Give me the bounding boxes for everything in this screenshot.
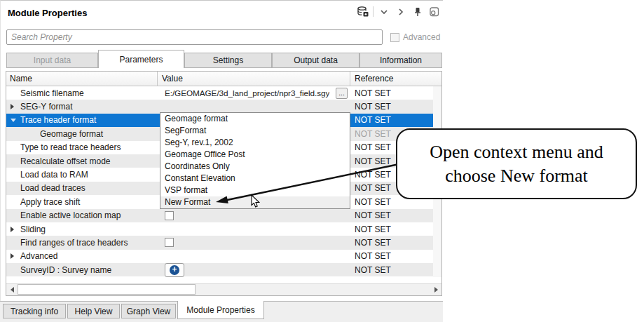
expand-arrow-icon[interactable] bbox=[11, 253, 14, 259]
reference-value: NOT SET bbox=[350, 222, 433, 236]
database-commit-icon[interactable] bbox=[356, 5, 369, 18]
screenshot-root: Module Properties bbox=[0, 0, 644, 322]
reference-value: NOT SET bbox=[350, 100, 433, 113]
name-cell: Apply trace shift bbox=[6, 195, 157, 208]
table-row[interactable]: SEG-Y formatNOT SET bbox=[6, 100, 433, 113]
value-cell bbox=[157, 236, 350, 249]
dock-tab-bar: Tracking infoHelp ViewGraph ViewModule P… bbox=[0, 301, 443, 322]
dropdown-item[interactable]: Coordinates Only bbox=[160, 161, 350, 173]
name-cell: Load data to RAM bbox=[6, 168, 157, 181]
add-survey-button[interactable]: + bbox=[165, 263, 184, 277]
property-name: Find ranges of trace headers bbox=[20, 238, 128, 248]
property-name: Advanced bbox=[20, 251, 57, 261]
property-name: Trace header format bbox=[20, 115, 96, 125]
property-name: Geomage format bbox=[40, 129, 103, 139]
table-row[interactable]: Find ranges of trace headersNOT SET bbox=[6, 236, 433, 249]
tab-parameters[interactable]: Parameters bbox=[98, 50, 184, 68]
property-name: Load data to RAM bbox=[20, 170, 88, 180]
value-cell bbox=[157, 250, 350, 263]
name-cell: Recalculate offset mode bbox=[6, 154, 157, 168]
value-checkbox[interactable] bbox=[165, 238, 174, 247]
name-cell: Load dead traces bbox=[6, 182, 157, 195]
dropdown-item[interactable]: New Format bbox=[160, 196, 350, 208]
pin-icon[interactable] bbox=[411, 5, 424, 18]
table-row[interactable]: Enable active location mapNOT SET bbox=[6, 209, 433, 222]
value-cell: + bbox=[157, 263, 350, 276]
name-cell: Enable active location map bbox=[6, 209, 157, 222]
name-cell: Advanced bbox=[6, 250, 157, 263]
reference-value: NOT SET bbox=[350, 250, 433, 263]
browse-button[interactable]: ... bbox=[336, 88, 348, 99]
scrollbar-thumb[interactable] bbox=[18, 284, 196, 295]
column-header-reference: Reference bbox=[355, 72, 393, 86]
horizontal-scrollbar[interactable] bbox=[6, 283, 441, 295]
reference-value: NOT SET bbox=[350, 209, 433, 222]
scroll-right-icon[interactable] bbox=[430, 284, 441, 295]
panel-title: Module Properties bbox=[8, 8, 87, 18]
chevron-right-icon[interactable] bbox=[394, 5, 407, 18]
name-cell: Trace header format bbox=[6, 114, 157, 127]
dropdown-item[interactable]: Geomage format bbox=[160, 113, 350, 125]
table-row[interactable]: AdvancedNOT SET bbox=[6, 250, 433, 263]
name-cell: Geomage format bbox=[6, 127, 157, 140]
scroll-left-icon[interactable] bbox=[6, 284, 18, 295]
chevron-down-icon[interactable] bbox=[377, 5, 390, 18]
table-row[interactable]: SurveyID : Survey name+NOT SET bbox=[6, 263, 433, 276]
reference-value: NOT SET bbox=[350, 236, 433, 249]
panel-toolbar bbox=[356, 5, 441, 18]
table-row[interactable]: SlidingNOT SET bbox=[6, 222, 433, 236]
property-name: Recalculate offset mode bbox=[20, 156, 111, 166]
value-cell: E:/GEOMAGE/3d_land_project/npr3_field.sg… bbox=[157, 86, 350, 100]
expand-arrow-icon[interactable] bbox=[11, 104, 14, 109]
reference-value: NOT SET bbox=[350, 114, 433, 127]
tab-input-data[interactable]: Input data bbox=[6, 53, 98, 68]
column-header-value: Value bbox=[162, 72, 183, 86]
property-name: SurveyID : Survey name bbox=[20, 265, 111, 275]
name-cell: SurveyID : Survey name bbox=[6, 263, 157, 276]
property-name: Type to read trace headers bbox=[20, 142, 121, 152]
name-cell: SEG-Y format bbox=[6, 100, 157, 113]
tab-information[interactable]: Information bbox=[359, 53, 442, 68]
callout-line1: Open context menu and bbox=[430, 140, 603, 164]
column-divider bbox=[157, 72, 158, 86]
collapse-arrow-icon[interactable] bbox=[11, 119, 16, 122]
dropdown-item[interactable]: Geomage Office Post bbox=[160, 149, 350, 161]
value-cell bbox=[157, 209, 350, 222]
property-name: Apply trace shift bbox=[20, 197, 80, 207]
format-dropdown-list: Geomage formatSegFormatSeg-Y, rev.1, 200… bbox=[160, 112, 350, 209]
name-cell: Sliding bbox=[6, 222, 157, 236]
dock-tab-graph-view[interactable]: Graph View bbox=[121, 304, 176, 318]
value-cell bbox=[157, 100, 350, 113]
float-window-icon[interactable] bbox=[427, 5, 441, 18]
property-value: E:/GEOMAGE/3d_land_project/npr3_field.sg… bbox=[165, 88, 329, 98]
search-input[interactable] bbox=[6, 29, 383, 45]
advanced-label: Advanced bbox=[403, 32, 440, 42]
column-header-name: Name bbox=[10, 72, 32, 86]
property-name: Sliding bbox=[20, 224, 46, 234]
dock-tab-help-view[interactable]: Help View bbox=[67, 304, 120, 318]
tab-output-data[interactable]: Output data bbox=[272, 53, 359, 68]
dock-tab-module-properties[interactable]: Module Properties bbox=[177, 301, 264, 319]
property-tabs: Input dataParametersSettingsOutput dataI… bbox=[6, 50, 442, 68]
name-cell: Type to read trace headers bbox=[6, 141, 157, 154]
dropdown-item[interactable]: Constant Elevation bbox=[160, 173, 350, 185]
column-divider bbox=[350, 72, 350, 86]
property-name: Load dead traces bbox=[20, 183, 85, 193]
name-cell: Find ranges of trace headers bbox=[6, 236, 157, 249]
toolbar-separator bbox=[373, 6, 374, 17]
reference-value: NOT SET bbox=[350, 86, 433, 100]
annotation-callout: Open context menu and choose New format bbox=[396, 128, 637, 199]
table-row[interactable]: Seismic filenameE:/GEOMAGE/3d_land_proje… bbox=[6, 86, 433, 100]
value-checkbox[interactable] bbox=[165, 211, 174, 220]
advanced-checkbox[interactable] bbox=[390, 33, 399, 42]
tab-settings[interactable]: Settings bbox=[184, 53, 272, 68]
property-name: SEG-Y format bbox=[20, 102, 72, 112]
grid-header: Name Value Reference bbox=[6, 72, 441, 86]
dock-tab-tracking-info[interactable]: Tracking info bbox=[3, 304, 66, 318]
property-name: Enable active location map bbox=[20, 210, 121, 220]
dropdown-item[interactable]: VSP format bbox=[160, 185, 350, 196]
callout-line2: choose New format bbox=[445, 164, 588, 188]
dropdown-item[interactable]: Seg-Y, rev.1, 2002 bbox=[160, 137, 350, 149]
expand-arrow-icon[interactable] bbox=[11, 227, 14, 232]
dropdown-item[interactable]: SegFormat bbox=[160, 125, 350, 137]
